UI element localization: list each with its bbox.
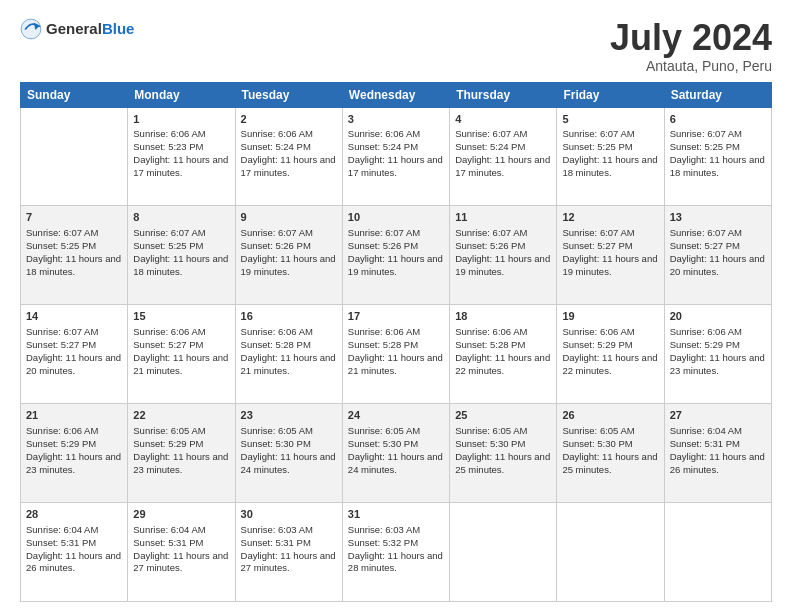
sunset: Sunset: 5:31 PM xyxy=(241,537,311,548)
calendar-week-row: 7Sunrise: 6:07 AMSunset: 5:25 PMDaylight… xyxy=(21,206,772,305)
calendar-cell: 11Sunrise: 6:07 AMSunset: 5:26 PMDayligh… xyxy=(450,206,557,305)
daylight: Daylight: 11 hours and 21 minutes. xyxy=(241,352,336,376)
calendar-cell: 3Sunrise: 6:06 AMSunset: 5:24 PMDaylight… xyxy=(342,107,449,206)
logo-general: General xyxy=(46,20,102,37)
sunset: Sunset: 5:30 PM xyxy=(348,438,418,449)
daylight: Daylight: 11 hours and 25 minutes. xyxy=(455,451,550,475)
calendar-cell: 20Sunrise: 6:06 AMSunset: 5:29 PMDayligh… xyxy=(664,305,771,404)
sunset: Sunset: 5:25 PM xyxy=(26,240,96,251)
daylight: Daylight: 11 hours and 20 minutes. xyxy=(670,253,765,277)
daylight: Daylight: 11 hours and 28 minutes. xyxy=(348,550,443,574)
sunrise: Sunrise: 6:06 AM xyxy=(26,425,98,436)
day-number: 13 xyxy=(670,210,766,225)
calendar-cell: 7Sunrise: 6:07 AMSunset: 5:25 PMDaylight… xyxy=(21,206,128,305)
header: GeneralBlue July 2024 Antauta, Puno, Per… xyxy=(20,18,772,74)
page: GeneralBlue July 2024 Antauta, Puno, Per… xyxy=(0,0,792,612)
sunset: Sunset: 5:28 PM xyxy=(241,339,311,350)
daylight: Daylight: 11 hours and 18 minutes. xyxy=(670,154,765,178)
sunrise: Sunrise: 6:07 AM xyxy=(26,227,98,238)
sunset: Sunset: 5:29 PM xyxy=(562,339,632,350)
sunset: Sunset: 5:24 PM xyxy=(241,141,311,152)
daylight: Daylight: 11 hours and 17 minutes. xyxy=(133,154,228,178)
day-number: 19 xyxy=(562,309,658,324)
day-number: 21 xyxy=(26,408,122,423)
day-number: 31 xyxy=(348,507,444,522)
sunrise: Sunrise: 6:04 AM xyxy=(133,524,205,535)
weekday-header: Thursday xyxy=(450,82,557,107)
sunset: Sunset: 5:28 PM xyxy=(455,339,525,350)
day-number: 9 xyxy=(241,210,337,225)
calendar-cell: 26Sunrise: 6:05 AMSunset: 5:30 PMDayligh… xyxy=(557,404,664,503)
day-number: 8 xyxy=(133,210,229,225)
day-number: 14 xyxy=(26,309,122,324)
daylight: Daylight: 11 hours and 18 minutes. xyxy=(562,154,657,178)
sunrise: Sunrise: 6:05 AM xyxy=(241,425,313,436)
sunrise: Sunrise: 6:07 AM xyxy=(455,128,527,139)
sunrise: Sunrise: 6:05 AM xyxy=(348,425,420,436)
daylight: Daylight: 11 hours and 26 minutes. xyxy=(670,451,765,475)
daylight: Daylight: 11 hours and 27 minutes. xyxy=(133,550,228,574)
day-number: 29 xyxy=(133,507,229,522)
sunset: Sunset: 5:25 PM xyxy=(670,141,740,152)
sunset: Sunset: 5:29 PM xyxy=(670,339,740,350)
calendar-body: 1Sunrise: 6:06 AMSunset: 5:23 PMDaylight… xyxy=(21,107,772,601)
sunset: Sunset: 5:27 PM xyxy=(562,240,632,251)
daylight: Daylight: 11 hours and 22 minutes. xyxy=(455,352,550,376)
day-number: 4 xyxy=(455,112,551,127)
daylight: Daylight: 11 hours and 23 minutes. xyxy=(670,352,765,376)
day-number: 16 xyxy=(241,309,337,324)
calendar-cell: 14Sunrise: 6:07 AMSunset: 5:27 PMDayligh… xyxy=(21,305,128,404)
day-number: 20 xyxy=(670,309,766,324)
sunrise: Sunrise: 6:06 AM xyxy=(670,326,742,337)
sunset: Sunset: 5:31 PM xyxy=(26,537,96,548)
sunset: Sunset: 5:25 PM xyxy=(562,141,632,152)
calendar-cell: 31Sunrise: 6:03 AMSunset: 5:32 PMDayligh… xyxy=(342,503,449,602)
calendar-cell xyxy=(450,503,557,602)
calendar-cell xyxy=(664,503,771,602)
calendar-cell: 15Sunrise: 6:06 AMSunset: 5:27 PMDayligh… xyxy=(128,305,235,404)
day-number: 10 xyxy=(348,210,444,225)
calendar-week-row: 14Sunrise: 6:07 AMSunset: 5:27 PMDayligh… xyxy=(21,305,772,404)
title-area: July 2024 Antauta, Puno, Peru xyxy=(610,18,772,74)
calendar-week-row: 1Sunrise: 6:06 AMSunset: 5:23 PMDaylight… xyxy=(21,107,772,206)
day-number: 23 xyxy=(241,408,337,423)
daylight: Daylight: 11 hours and 21 minutes. xyxy=(133,352,228,376)
calendar-cell: 21Sunrise: 6:06 AMSunset: 5:29 PMDayligh… xyxy=(21,404,128,503)
weekday-header: Saturday xyxy=(664,82,771,107)
calendar-cell xyxy=(21,107,128,206)
daylight: Daylight: 11 hours and 22 minutes. xyxy=(562,352,657,376)
daylight: Daylight: 11 hours and 19 minutes. xyxy=(562,253,657,277)
day-number: 22 xyxy=(133,408,229,423)
sunset: Sunset: 5:26 PM xyxy=(348,240,418,251)
day-number: 3 xyxy=(348,112,444,127)
daylight: Daylight: 11 hours and 17 minutes. xyxy=(348,154,443,178)
sunrise: Sunrise: 6:04 AM xyxy=(26,524,98,535)
logo-blue: Blue xyxy=(102,20,135,37)
sunrise: Sunrise: 6:06 AM xyxy=(133,128,205,139)
daylight: Daylight: 11 hours and 27 minutes. xyxy=(241,550,336,574)
sunrise: Sunrise: 6:07 AM xyxy=(670,227,742,238)
day-number: 11 xyxy=(455,210,551,225)
calendar-cell: 30Sunrise: 6:03 AMSunset: 5:31 PMDayligh… xyxy=(235,503,342,602)
sunset: Sunset: 5:30 PM xyxy=(562,438,632,449)
calendar-cell: 2Sunrise: 6:06 AMSunset: 5:24 PMDaylight… xyxy=(235,107,342,206)
daylight: Daylight: 11 hours and 23 minutes. xyxy=(26,451,121,475)
day-number: 25 xyxy=(455,408,551,423)
sunrise: Sunrise: 6:07 AM xyxy=(562,128,634,139)
weekday-header: Monday xyxy=(128,82,235,107)
calendar-cell: 28Sunrise: 6:04 AMSunset: 5:31 PMDayligh… xyxy=(21,503,128,602)
sunset: Sunset: 5:27 PM xyxy=(26,339,96,350)
day-number: 5 xyxy=(562,112,658,127)
calendar-cell: 12Sunrise: 6:07 AMSunset: 5:27 PMDayligh… xyxy=(557,206,664,305)
daylight: Daylight: 11 hours and 17 minutes. xyxy=(241,154,336,178)
calendar-table: SundayMondayTuesdayWednesdayThursdayFrid… xyxy=(20,82,772,602)
sunrise: Sunrise: 6:06 AM xyxy=(348,128,420,139)
subtitle: Antauta, Puno, Peru xyxy=(610,58,772,74)
daylight: Daylight: 11 hours and 19 minutes. xyxy=(455,253,550,277)
calendar-cell: 22Sunrise: 6:05 AMSunset: 5:29 PMDayligh… xyxy=(128,404,235,503)
sunrise: Sunrise: 6:03 AM xyxy=(241,524,313,535)
sunrise: Sunrise: 6:06 AM xyxy=(455,326,527,337)
calendar-cell: 6Sunrise: 6:07 AMSunset: 5:25 PMDaylight… xyxy=(664,107,771,206)
sunrise: Sunrise: 6:06 AM xyxy=(348,326,420,337)
day-number: 24 xyxy=(348,408,444,423)
